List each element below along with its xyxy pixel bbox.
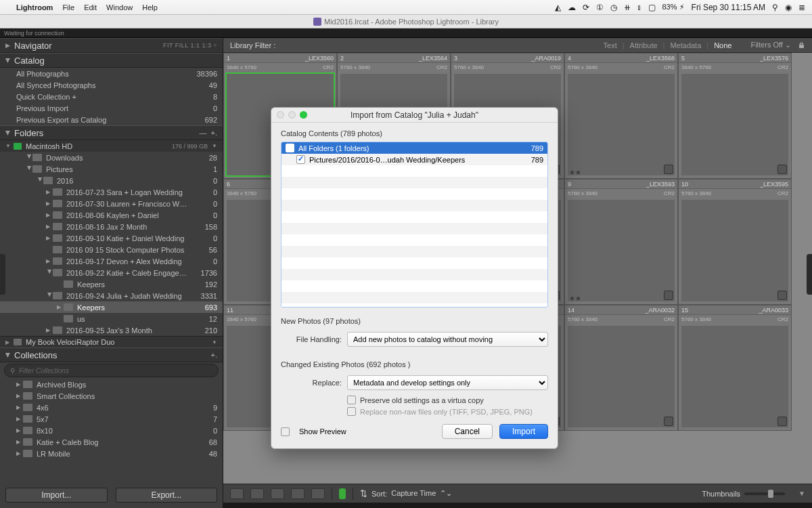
thumbnail-badge-icon[interactable] — [777, 417, 787, 426]
collections-search[interactable]: ⚲ Filter Collections — [4, 364, 219, 377]
catalog-item[interactable]: All Synced Photographs49 — [0, 79, 223, 91]
preserve-old-settings-checkbox[interactable]: Preserve old settings as a virtua copy — [271, 394, 558, 406]
show-preview-checkbox[interactable] — [281, 427, 290, 436]
clock[interactable]: Fri Sep 30 11:15 AM — [692, 3, 765, 12]
folder-item[interactable]: ▶2016-08-06 Kaylen + Daniel0 — [0, 209, 223, 221]
view-loupe-icon[interactable] — [250, 488, 264, 499]
grid-cell[interactable]: 15_ARA0033 5760 x 3840CR2 — [678, 305, 792, 431]
folder-item[interactable]: ▶20160 — [0, 175, 223, 186]
thumbnail[interactable] — [568, 326, 675, 427]
grid-cell[interactable]: 9_LEX3593 5760 x 3840CR2 ★★ — [564, 179, 678, 305]
grid-cell[interactable]: 10_LEX3595 5760 x 3840CR2 — [678, 179, 792, 305]
notification-icon[interactable]: ≣ — [798, 3, 805, 12]
thumbnail-badge-icon[interactable] — [664, 291, 673, 300]
thumbnail[interactable] — [568, 74, 675, 175]
filter-tab-text[interactable]: Text — [604, 41, 617, 49]
folder-item[interactable]: ▶2016-08-16 Jax 2 Month158 — [0, 221, 223, 232]
checkbox[interactable] — [296, 155, 305, 164]
menu-edit[interactable]: Edit — [84, 3, 97, 12]
window-close-icon[interactable] — [277, 111, 284, 119]
folder-item[interactable]: us12 — [0, 313, 223, 324]
file-handling-select[interactable]: Add new photos to catalog without moving — [347, 332, 548, 347]
window-zoom-icon[interactable] — [300, 111, 307, 119]
folder-item[interactable]: ▶2016-09-10 Katie + Daniel Wedding0 — [0, 232, 223, 244]
filter-tab-none[interactable]: None — [714, 41, 731, 49]
catalog-header[interactable]: ▶Catalog — [0, 53, 223, 68]
folder-item[interactable]: ▶2016-09-22 Katie + Caleb Engage…1736 — [0, 267, 223, 278]
folder-item[interactable]: 2016 09 15 Stock Computer Photos56 — [0, 244, 223, 255]
wifi-icon[interactable]: ⫾ — [637, 3, 641, 12]
menu-file[interactable]: File — [62, 3, 74, 12]
collection-item[interactable]: ▶LR Mobile48 — [0, 448, 223, 459]
gdrive-icon[interactable]: ◭ — [555, 3, 561, 12]
export-button[interactable]: Export... — [116, 488, 218, 503]
filmstrip-collapsed[interactable] — [223, 503, 812, 508]
import-confirm-button[interactable]: Import — [499, 424, 548, 439]
thumbnail[interactable] — [681, 200, 788, 301]
star-rating[interactable]: ★★ — [569, 169, 581, 176]
left-panel-toggle[interactable] — [0, 254, 5, 295]
painter-tool-icon[interactable] — [339, 488, 346, 499]
grid-cell[interactable]: 5_LEX3576 3840 x 5760CR2 — [678, 53, 792, 179]
sync-icon[interactable]: ⟳ — [583, 3, 589, 12]
navigator-header[interactable]: ▶Navigator FIT FILL 1:1 1:3 ÷ — [0, 38, 223, 53]
battery-status[interactable]: 83% ⚡︎ — [662, 3, 685, 12]
filters-off-menu[interactable]: Filters Off ⌄ — [750, 41, 791, 49]
import-button[interactable]: Import... — [5, 488, 108, 503]
collections-header[interactable]: ▶Collections +. — [0, 347, 223, 362]
thumbnail-badge-icon[interactable] — [664, 165, 673, 174]
view-compare-icon[interactable] — [271, 488, 284, 499]
collection-item[interactable]: ▶Katie + Caleb Blog68 — [0, 436, 223, 448]
catalog-item[interactable]: Quick Collection +8 — [0, 91, 223, 102]
star-rating[interactable]: ★★ — [569, 295, 581, 302]
bluetooth-icon[interactable]: ⧺ — [624, 3, 631, 12]
toolbar-menu-icon[interactable]: ▼ — [798, 490, 805, 497]
airplay-icon[interactable]: ▢ — [648, 3, 656, 12]
thumbnail[interactable] — [568, 200, 675, 301]
collection-item[interactable]: ▶Smart Collections — [0, 390, 223, 402]
timemachine-icon[interactable]: ◷ — [610, 3, 617, 12]
spotlight-icon[interactable]: ⚲ — [772, 3, 778, 12]
view-survey-icon[interactable] — [291, 488, 304, 499]
folder-item[interactable]: ▶Pictures1 — [0, 163, 223, 175]
replace-select[interactable]: Metadata and develop settings only — [347, 375, 548, 390]
window-minimize-icon[interactable] — [288, 111, 296, 119]
thumbnail-badge-icon[interactable] — [664, 417, 673, 426]
folder-row-keepers[interactable]: Pictures/2016/2016-0…udah Wedding/Keeper… — [281, 154, 547, 165]
menu-window[interactable]: Window — [106, 3, 133, 12]
checkbox[interactable] — [286, 144, 294, 152]
collection-item[interactable]: ▶Archived Blogs — [0, 379, 223, 390]
cancel-button[interactable]: Cancel — [442, 424, 493, 439]
sort-dropdown[interactable]: Capture Time ⌃⌄ — [391, 489, 452, 498]
collection-item[interactable]: ▶4x69 — [0, 402, 223, 413]
thumbnail-size-slider[interactable] — [744, 492, 785, 495]
collection-item[interactable]: ▶5x77 — [0, 413, 223, 425]
folder-item[interactable]: ▶2016-09-17 Devon + Alex Wedding0 — [0, 255, 223, 267]
thumbnail-badge-icon[interactable] — [777, 291, 787, 300]
disk-mybook[interactable]: ▶ My Book VelociRaptor Duo▼ — [0, 336, 223, 347]
sort-direction-icon[interactable]: ⇅ — [360, 488, 367, 499]
collection-item[interactable]: ▶8x100 — [0, 425, 223, 436]
catalog-item[interactable]: Previous Export as Catalog692 — [0, 114, 223, 125]
folder-item[interactable]: Keepers192 — [0, 278, 223, 290]
folder-item[interactable]: ▶Downloads28 — [0, 152, 223, 163]
circle-icon[interactable]: ① — [596, 3, 604, 12]
grid-view[interactable]: 1_LEX3560 3840 x 5760CR2 2_LEX3564 5760 … — [223, 53, 812, 484]
folder-item[interactable]: ▶2016-07-30 Lauren + Francisco W…0 — [0, 198, 223, 209]
disk-macintosh-hd[interactable]: ▼ Macintosh HD 176 / 999 GB▼ — [0, 140, 223, 152]
view-people-icon[interactable] — [311, 488, 325, 499]
filter-tab-metadata[interactable]: Metadata — [670, 41, 701, 49]
right-panel-toggle[interactable] — [807, 254, 812, 295]
folder-row-all[interactable]: All Folders (1 folders) 789 — [281, 142, 547, 154]
menu-help[interactable]: Help — [142, 3, 158, 12]
catalog-item[interactable]: Previous Import0 — [0, 102, 223, 114]
folder-item[interactable]: ▶2016-09-24 Julia + Judah Wedding3331 — [0, 290, 223, 301]
lock-icon[interactable]: 🔒︎ — [798, 41, 805, 49]
grid-cell[interactable]: 4_LEX3568 5760 x 3840CR2 ★★ — [564, 53, 678, 179]
catalog-item[interactable]: All Photographs38396 — [0, 68, 223, 79]
catalog-contents-list[interactable]: All Folders (1 folders) 789 Pictures/201… — [281, 142, 548, 308]
folder-item[interactable]: ▶2016-07-23 Sara + Logan Wedding0 — [0, 186, 223, 198]
grid-cell[interactable]: 14_ARA0032 5760 x 3840CR2 — [564, 305, 678, 431]
view-grid-icon[interactable] — [230, 488, 244, 499]
menubar-app-name[interactable]: Lightroom — [16, 3, 53, 12]
